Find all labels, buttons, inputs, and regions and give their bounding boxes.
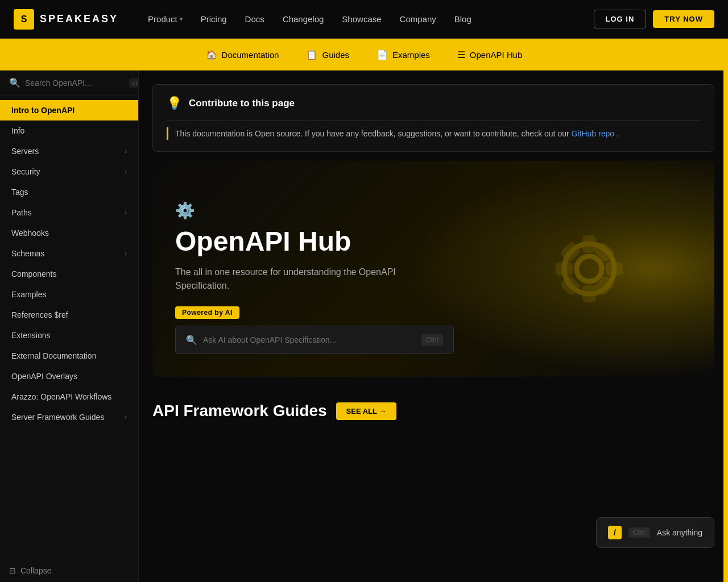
sidebar-item-arazzo[interactable]: Arazzo: OpenAPI Workflows (0, 386, 138, 407)
logo-area[interactable]: S SPEAKEASY (14, 9, 118, 30)
nav-changelog[interactable]: Changelog (276, 10, 331, 28)
bottom-section: API Framework Guides SEE ALL → (139, 390, 728, 431)
contribute-title: Contribute to this page (189, 98, 295, 109)
hero-title: OpenAPI Hub (175, 227, 692, 257)
contribute-box: 💡 Contribute to this page This documenta… (152, 84, 714, 152)
top-nav: S SPEAKEASY Product ▾ Pricing Docs Chang… (0, 0, 728, 39)
chevron-icon: › (125, 147, 127, 155)
sidebar-item-overlays[interactable]: OpenAPI Overlays (0, 366, 138, 386)
sidebar-item-webhooks[interactable]: Webhooks (0, 223, 138, 243)
guides-icon: 📋 (306, 49, 317, 60)
api-guides-title: API Framework Guides (152, 402, 327, 420)
nav-showcase[interactable]: Showcase (335, 10, 388, 28)
search-shortcut: ctrl/ (129, 78, 139, 88)
see-all-button[interactable]: SEE ALL → (336, 402, 397, 420)
try-now-button[interactable]: TRY NOW (653, 10, 714, 28)
hub-gear-icon: ⚙️ (175, 201, 692, 220)
ai-search-shortcut: Ctrl/ (421, 334, 443, 346)
home-icon: 🏠 (206, 49, 217, 60)
chevron-icon: › (125, 413, 127, 421)
sidebar-nav: Intro to OpenAPI Info Servers › Security… (0, 95, 138, 559)
logo-text: SPEAKEASY (40, 13, 118, 25)
sec-nav-openapi-hub[interactable]: ☰ OpenAPI Hub (446, 45, 534, 65)
sidebar-item-schemas[interactable]: Schemas › (0, 243, 138, 264)
nav-blog[interactable]: Blog (448, 10, 478, 28)
collapse-icon: ⊟ (9, 566, 16, 575)
nav-product[interactable]: Product ▾ (141, 10, 189, 28)
chevron-icon: ▾ (180, 16, 183, 22)
lightbulb-icon: 💡 (167, 96, 182, 111)
nav-right: LOG IN TRY NOW (594, 10, 714, 28)
ask-shortcut: Ctrl/ (628, 527, 650, 538)
hero-section: ⚙️ OpenAPI Hub The all in one resource f… (152, 161, 714, 377)
examples-icon: 📄 (377, 49, 388, 60)
sidebar-item-references[interactable]: References $ref (0, 305, 138, 325)
search-icon: 🔍 (9, 77, 20, 88)
chevron-icon: › (125, 250, 127, 257)
sidebar-item-intro[interactable]: Intro to OpenAPI (0, 100, 138, 120)
hero-content: ⚙️ OpenAPI Hub The all in one resource f… (175, 201, 692, 355)
ai-search-icon: 🔍 (186, 335, 197, 346)
sidebar-item-examples[interactable]: Examples (0, 284, 138, 305)
content-area: 💡 Contribute to this page This documenta… (139, 70, 728, 582)
slash-icon: / (608, 526, 622, 539)
ai-search-box[interactable]: 🔍 Ctrl/ (175, 326, 454, 354)
login-button[interactable]: LOG IN (594, 10, 647, 28)
chevron-icon: › (125, 209, 127, 217)
main-layout: 🔍 ctrl/ Intro to OpenAPI Info Servers › … (0, 70, 728, 582)
collapse-label: Collapse (20, 566, 51, 575)
sidebar-item-info[interactable]: Info (0, 120, 138, 141)
contribute-divider (167, 120, 700, 120)
sidebar-item-extensions[interactable]: Extensions (0, 325, 138, 346)
search-input[interactable] (25, 78, 125, 88)
chevron-icon: › (125, 168, 127, 176)
sec-nav-documentation[interactable]: 🏠 Documentation (195, 45, 291, 65)
sidebar-item-paths[interactable]: Paths › (0, 202, 138, 223)
nav-company[interactable]: Company (393, 10, 443, 28)
nav-docs[interactable]: Docs (238, 10, 271, 28)
sidebar-item-components[interactable]: Components (0, 264, 138, 284)
ai-search-input[interactable] (203, 335, 416, 344)
contribute-header: 💡 Contribute to this page (167, 96, 700, 111)
sidebar-item-external-docs[interactable]: External Documentation (0, 346, 138, 366)
sec-nav-examples[interactable]: 📄 Examples (365, 45, 441, 65)
logo-icon: S (14, 9, 34, 30)
sidebar-item-server-framework[interactable]: Server Framework Guides › (0, 407, 138, 427)
sec-nav-guides[interactable]: 📋 Guides (295, 45, 361, 65)
ask-label: Ask anything (657, 528, 702, 537)
nav-pricing[interactable]: Pricing (194, 10, 234, 28)
contribute-text: This documentation is Open source. If yo… (167, 127, 700, 140)
hub-icon: ☰ (457, 49, 465, 60)
sidebar-item-security[interactable]: Security › (0, 161, 138, 182)
ask-widget[interactable]: / Ctrl/ Ask anything (596, 517, 714, 548)
powered-ai-badge: Powered by AI (175, 306, 239, 319)
nav-links: Product ▾ Pricing Docs Changelog Showcas… (141, 10, 594, 28)
sidebar: 🔍 ctrl/ Intro to OpenAPI Info Servers › … (0, 70, 139, 582)
sidebar-item-servers[interactable]: Servers › (0, 141, 138, 161)
search-box[interactable]: 🔍 ctrl/ (0, 70, 138, 95)
secondary-nav: 🏠 Documentation 📋 Guides 📄 Examples ☰ Op… (0, 39, 728, 70)
hero-subtitle: The all in one resource for understandin… (175, 265, 414, 293)
github-repo-link[interactable]: GitHub repo (572, 129, 614, 138)
sidebar-item-tags[interactable]: Tags (0, 182, 138, 202)
sidebar-footer[interactable]: ⊟ Collapse (0, 559, 138, 582)
